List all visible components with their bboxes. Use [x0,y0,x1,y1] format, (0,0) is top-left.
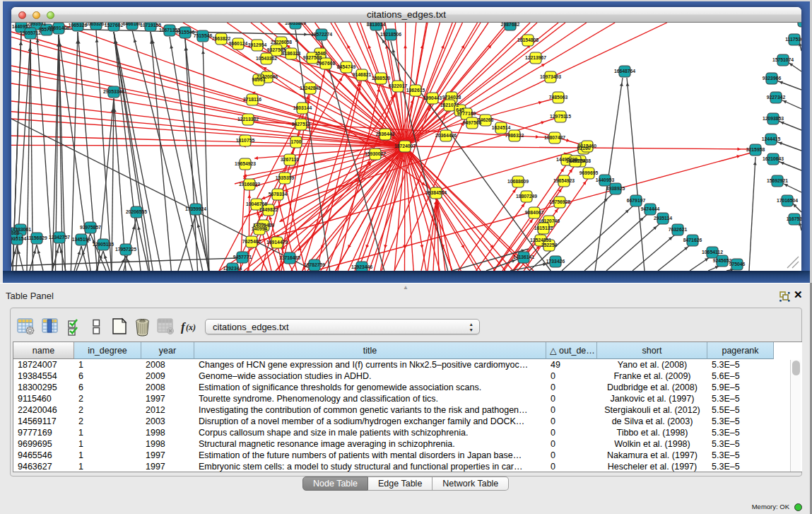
svg-text:19218506: 19218506 [380,32,401,37]
svg-text:3912954: 3912954 [248,42,267,47]
svg-text:1449579: 1449579 [566,158,585,163]
svg-text:1117536: 1117536 [785,37,801,42]
svg-text:1345194: 1345194 [72,237,91,242]
svg-text:1449822: 1449822 [259,207,278,212]
svg-text:12093853: 12093853 [763,116,784,121]
svg-text:10033809: 10033809 [285,23,306,25]
svg-text:93975857: 93975857 [80,225,101,230]
svg-text:13524851: 13524851 [530,238,551,243]
svg-text:1990443: 1990443 [423,95,442,100]
svg-text:2967608: 2967608 [317,61,336,66]
svg-text:975046: 975046 [729,262,746,267]
svg-text:18724007: 18724007 [394,144,416,148]
svg-text:7663822: 7663822 [212,36,231,41]
svg-text:140994: 140994 [252,226,268,231]
svg-text:10719155: 10719155 [140,23,161,28]
svg-text:2718116: 2718116 [243,97,261,102]
svg-text:15692921: 15692921 [767,178,788,183]
svg-text:9323966: 9323966 [763,76,782,81]
svg-text:16210643: 16210643 [763,156,784,161]
svg-text:9327508: 9327508 [303,55,322,60]
svg-text:9734028: 9734028 [442,95,461,100]
svg-text:10653267: 10653267 [86,23,107,26]
svg-text:29053346: 29053346 [103,89,124,94]
svg-text:971868: 971868 [11,230,20,235]
svg-text:9146821: 9146821 [353,72,372,77]
svg-text:10543362: 10543362 [256,56,277,61]
svg-text:12905135: 12905135 [93,242,114,247]
svg-text:16154808: 16154808 [517,37,539,42]
svg-text:9115460: 9115460 [578,144,596,148]
svg-text:12342757: 12342757 [49,235,70,240]
svg-text:1362615: 1362615 [406,88,425,93]
svg-text:1803144: 1803144 [293,105,312,110]
svg-text:3915154: 3915154 [11,236,26,241]
svg-text:20206555: 20206555 [126,209,147,214]
svg-text:1440953: 1440953 [596,177,615,182]
svg-text:7485063: 7485063 [549,95,568,100]
svg-text:1065326: 1065326 [69,23,88,28]
svg-text:7632621: 7632621 [669,227,688,232]
svg-text:12242848: 12242848 [300,86,321,90]
svg-text:19654923: 19654923 [553,178,575,183]
svg-text:9227342: 9227342 [767,95,786,100]
svg-text:9777169: 9777169 [457,111,476,116]
svg-text:8471626: 8471626 [683,238,702,243]
svg-text:11156829: 11156829 [26,235,47,240]
svg-text:2935114: 2935114 [654,216,672,221]
svg-text:2087682: 2087682 [501,23,520,27]
svg-text:2093571: 2093571 [28,23,47,26]
svg-text:13716485: 13716485 [279,255,300,260]
svg-text:12213967: 12213967 [525,55,546,60]
svg-text:9457771: 9457771 [233,255,252,259]
svg-text:(x): (x) [186,322,196,332]
svg-text:16120746: 16120746 [539,218,560,223]
svg-text:1700: 1700 [290,139,301,144]
svg-text:1535359: 1535359 [276,175,295,180]
svg-text:3215958: 3215958 [746,147,765,152]
svg-text:7625402: 7625402 [242,239,261,244]
svg-text:19572274: 19572274 [311,32,332,37]
svg-text:7986322: 7986322 [505,133,524,138]
svg-text:6466160: 6466160 [123,23,142,26]
svg-text:19756928: 19756928 [549,199,570,204]
svg-text:16914479: 16914479 [266,240,288,245]
svg-text:98961: 98961 [252,77,266,82]
svg-text:1621072: 1621072 [440,103,459,107]
svg-text:8454749: 8454749 [337,64,356,69]
svg-text:9699695: 9699695 [579,170,599,175]
svg-text:1588520: 1588520 [372,76,391,81]
svg-text:3267110: 3267110 [281,157,299,162]
svg-text:17016504: 17016504 [777,198,798,203]
svg-text:12975115: 12975115 [550,114,571,119]
svg-text:16292: 16292 [797,23,801,23]
svg-text:10654112: 10654112 [702,250,723,255]
svg-text:17957225: 17957225 [115,247,136,252]
svg-text:12923446: 12923446 [351,264,372,269]
svg-text:16782759: 16782759 [304,262,325,267]
svg-text:116753: 116753 [787,216,801,221]
svg-text:8186328: 8186328 [282,51,301,56]
svg-text:7515546: 7515546 [176,30,195,35]
svg-text:19654923: 19654923 [235,161,256,166]
svg-text:14136141: 14136141 [513,255,534,259]
svg-text:18807249: 18807249 [516,194,537,199]
svg-text:15751074: 15751074 [772,57,794,62]
svg-text:20691406: 20691406 [48,25,69,30]
svg-text:8813014: 8813014 [367,23,386,27]
svg-text:7515546: 7515546 [194,33,213,38]
svg-text:15930027: 15930027 [365,151,386,156]
svg-text:9427512: 9427512 [292,122,311,127]
svg-text:1733426: 1733426 [546,259,565,264]
svg-text:2536443: 2536443 [376,132,395,136]
svg-text:1615132: 1615132 [534,226,553,230]
svg-text:23226058: 23226058 [271,40,292,45]
svg-text:5678334: 5678334 [269,192,288,197]
svg-text:20364436: 20364436 [435,133,457,138]
svg-text:16648764: 16648764 [614,69,635,74]
svg-text:6322017: 6322017 [389,83,408,88]
svg-text:10973493: 10973493 [540,74,561,79]
svg-text:9474444: 9474444 [641,206,660,211]
svg-text:6497508: 6497508 [463,120,482,125]
svg-text:1292344: 1292344 [223,266,242,271]
